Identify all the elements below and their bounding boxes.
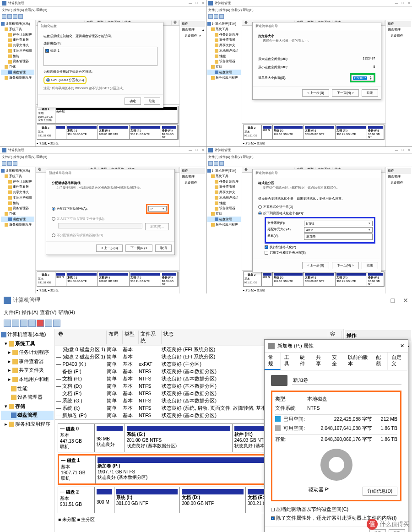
tree-diskmgmt: 磁盘管理 [1, 411, 54, 420]
disk-1-strip[interactable]: — 磁盘 1未知1907.73 GB没有初始化 未分配 [37, 106, 179, 124]
close-icon[interactable]: ✕ [403, 297, 408, 304]
minimize-icon[interactable]: — [376, 297, 383, 304]
max-size-value: 1953497 [363, 57, 375, 61]
refresh-icon[interactable] [13, 14, 17, 19]
free-color-icon [275, 425, 281, 431]
allocation-combo[interactable]: 4096▾ [304, 227, 373, 233]
checkbox-icon [45, 49, 49, 53]
forward-icon[interactable] [12, 320, 19, 327]
back-icon[interactable] [2, 14, 6, 19]
maximize-icon[interactable]: □ [391, 297, 395, 304]
forward-icon[interactable] [7, 14, 12, 19]
radio-format[interactable] [258, 212, 262, 215]
used-color-icon [275, 416, 281, 422]
legend: ■ 未分配 ■ 主分区 [36, 141, 179, 147]
help-icon[interactable] [53, 320, 60, 327]
cancel-button[interactable]: 取消 [144, 98, 160, 105]
maximize-icon[interactable]: □ [195, 1, 197, 5]
radio-no-format[interactable] [258, 205, 262, 209]
radio-gpt[interactable] [46, 78, 50, 82]
drive-icon [268, 343, 275, 349]
dialog-title: 新加卷 (P:) 属性 [277, 342, 314, 349]
gpt-option-highlight: GPT (GUID 分区表)(G) [43, 76, 87, 84]
window-title: 计算机管理 [13, 296, 376, 304]
quick-format-checkbox[interactable] [265, 245, 268, 249]
panel-result: 计算机管理—□✕ 文件(F) 操作(A) 查看(V) 帮助(H) 计算机管理(本… [0, 293, 412, 532]
drive-letter-dialog: 新建简单卷向导 分配驱动器号和路径 为了便于访问，可以给磁盘分区分配驱动器号或驱… [46, 169, 175, 255]
watermark: 值什么值得买 [367, 519, 409, 530]
tree-root: 计算机管理(本地) [1, 330, 54, 339]
volume-properties-dialog: 新加卷 (P:) 属性✕ 常规 工具 硬件 共享 安全 以前的版本 配额 自定义… [264, 339, 408, 532]
back-icon[interactable] [4, 320, 11, 327]
menubar[interactable]: 文件(F) 操作(A) 查看(V) 帮助(H) [0, 7, 206, 13]
compress-checkbox[interactable] [265, 251, 268, 255]
dialog-title: 初始化磁盘 [38, 22, 163, 30]
index-drive-checkbox[interactable] [271, 516, 275, 520]
init-disk-dialog: 初始化磁盘 磁盘必须经过初始化，逻辑磁盘管理器才能访问。 选择磁盘(S): 磁盘… [38, 22, 163, 108]
radio-no-letter[interactable] [52, 233, 55, 237]
panel-drive-letter: 计算机管理—□✕ 文件(F) 操作(A) 查看(V) 帮助(H) 计算机管理(本… [0, 147, 206, 293]
mount-path-input [58, 223, 142, 228]
menubar[interactable]: 文件(F) 操作(A) 查看(V) 帮助(H) [0, 307, 412, 318]
radio-assign-letter[interactable] [52, 207, 55, 211]
format-dialog: 新建简单卷向导 格式化分区 要在这个磁盘分区上储存数据，你必须先将其格式化。 选… [252, 169, 381, 272]
letter-highlight: P▾ [146, 204, 169, 214]
app-icon [2, 1, 6, 5]
disk-2-strip[interactable]: — 磁盘 2基本931.51 GB 系统 (I:)301.00 GB NTF 文… [37, 125, 179, 140]
usage-pie-icon [320, 449, 352, 481]
volume-size-input[interactable]: 1953497▲▼ [351, 75, 374, 81]
drive-icon [271, 375, 287, 386]
details-button[interactable]: 详细信息(D) [363, 487, 397, 496]
format-settings-highlight: 文件系统(F):NTFS▾ 分配单元大小(A):4096▾ 卷标(V):新加卷 [265, 217, 375, 244]
help-icon[interactable] [18, 14, 23, 19]
volume-label-input[interactable]: 新加卷 [304, 233, 373, 240]
up-icon[interactable] [20, 320, 27, 327]
cancel-button[interactable]: 取消 [362, 89, 378, 97]
properties-icon[interactable] [45, 320, 52, 327]
nav-tree[interactable]: 计算机管理(本地) 系统工具 任务计划程序 事件查看器 共享文件夹 本地用户和组… [0, 20, 36, 147]
panel-format: 计算机管理—□✕ 文件(F) 操作(A) 查看(V) 帮助(H) 计算机管理(本… [206, 147, 412, 293]
tab-general[interactable]: 常规 [265, 353, 281, 370]
property-tabs[interactable]: 常规 工具 硬件 共享 安全 以前的版本 配额 自定义 [265, 353, 408, 370]
properties-highlight: 类型:本地磁盘 文件系统:NTFS 已用空间:222,425,088 字节212… [271, 391, 401, 501]
next-button[interactable]: 下一页(N) > [332, 89, 359, 97]
disk-list[interactable]: 磁盘 1 [43, 47, 157, 66]
refresh-icon[interactable] [28, 320, 36, 327]
window-title: 计算机管理 [8, 1, 189, 5]
toolbar [0, 13, 206, 20]
tree-root: 计算机管理(本地) [1, 21, 34, 27]
panel-volume-size: 计算机管理—□✕ 文件(F) 操作(A) 查看(V) 帮助(H) 计算机管理(本… [206, 0, 412, 147]
size-highlight: 1953497▲▼ [350, 73, 375, 82]
delete-icon[interactable] [37, 320, 44, 327]
close-icon[interactable]: ✕ [201, 1, 204, 5]
actions-pane: 操作 磁盘管理▴ 更多操作▸ [179, 20, 206, 147]
panel-init-disk: 计算机管理—□✕ 文件(F) 操作(A) 查看(V) 帮助(H) 计算机管理(本… [0, 0, 206, 147]
back-button[interactable]: < 上一步(B) [302, 89, 329, 97]
volume-size-dialog: 新建简单卷向导 指定卷大小 选择介于最大和最小值的卷大小。 最大磁盘空间量(MB… [252, 22, 381, 100]
compress-drive-checkbox[interactable] [271, 508, 275, 511]
minimize-icon[interactable]: — [189, 1, 192, 5]
toolbar [0, 318, 412, 329]
drive-letter-combo[interactable]: P▾ [148, 206, 167, 212]
tree-diskmgmt: 磁盘管理 [1, 70, 34, 75]
nav-tree[interactable]: 计算机管理(本地) ▾ 系统工具 ▸ 任务计划程序 ▸ 事件查看器 ▸ 共享文件… [0, 329, 55, 532]
radio-mount-path[interactable] [52, 217, 55, 221]
browse-button: 浏览(R)... [145, 223, 169, 230]
filesystem-combo[interactable]: NTFS▾ [304, 221, 373, 226]
min-size-value: 8 [374, 65, 375, 70]
volume-name-input[interactable] [292, 377, 401, 385]
ok-button[interactable]: 确定 [125, 98, 141, 105]
close-icon[interactable]: ✕ [400, 343, 404, 349]
